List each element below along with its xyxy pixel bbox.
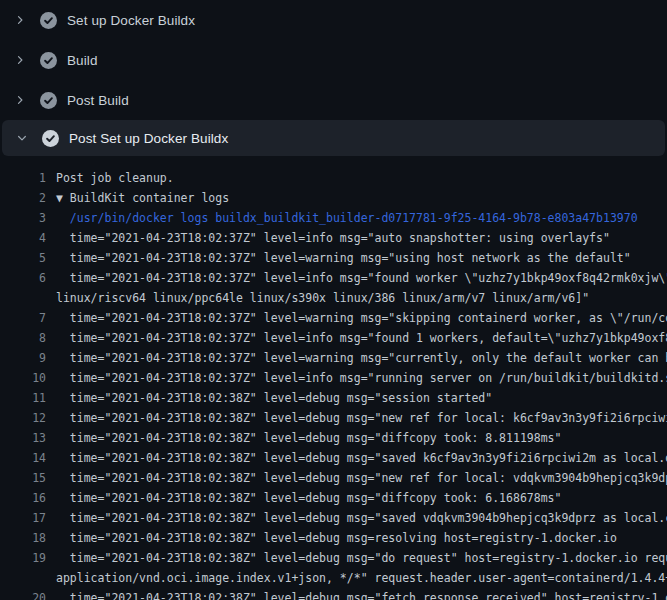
check-circle-icon bbox=[42, 130, 59, 147]
step-label: Post Build bbox=[67, 93, 129, 108]
log-line-number[interactable]: 6 bbox=[0, 268, 46, 288]
step-label: Set up Docker Buildx bbox=[67, 13, 195, 28]
log-line-text: time="2021-04-23T18:02:38Z" level=debug … bbox=[56, 548, 667, 568]
log-line-text: Post job cleanup. bbox=[56, 168, 174, 188]
log-line-number[interactable]: 11 bbox=[0, 388, 46, 408]
log-line: 2 ▼ BuildKit container logs bbox=[0, 188, 667, 208]
log-line-text: time="2021-04-23T18:02:38Z" level=debug … bbox=[56, 468, 667, 488]
log-lines: 1 Post job cleanup. 2 ▼ BuildKit contain… bbox=[0, 156, 667, 600]
log-line-text: time="2021-04-23T18:02:37Z" level=warnin… bbox=[56, 348, 667, 368]
log-line-number[interactable]: 20 bbox=[0, 588, 46, 600]
log-line-text: time="2021-04-23T18:02:37Z" level=warnin… bbox=[56, 248, 631, 268]
log-line-text: time="2021-04-23T18:02:37Z" level=info m… bbox=[56, 228, 610, 248]
log-line-text: time="2021-04-23T18:02:38Z" level=debug … bbox=[56, 408, 667, 428]
log-line-number[interactable]: 18 bbox=[0, 528, 46, 548]
log-line: 7 time="2021-04-23T18:02:37Z" level=warn… bbox=[0, 308, 667, 328]
log-line-text: time="2021-04-23T18:02:37Z" level=warnin… bbox=[56, 308, 667, 328]
log-line-number[interactable]: 5 bbox=[0, 248, 46, 268]
chevron-right-icon bbox=[12, 12, 28, 28]
log-line-text: time="2021-04-23T18:02:38Z" level=debug … bbox=[56, 428, 561, 448]
log-line-number[interactable]: 16 bbox=[0, 488, 46, 508]
log-line: 14 time="2021-04-23T18:02:38Z" level=deb… bbox=[0, 448, 667, 468]
log-line: 10 time="2021-04-23T18:02:37Z" level=inf… bbox=[0, 368, 667, 388]
log-line-text: time="2021-04-23T18:02:38Z" level=debug … bbox=[56, 588, 667, 600]
check-circle-icon bbox=[40, 12, 57, 29]
log-line-number[interactable]: 12 bbox=[0, 408, 46, 428]
log-line-number[interactable]: 9 bbox=[0, 348, 46, 368]
log-line: 16 time="2021-04-23T18:02:38Z" level=deb… bbox=[0, 488, 667, 508]
log-group-toggle[interactable]: ▼ BuildKit container logs bbox=[56, 188, 229, 208]
log-line-text: linux/riscv64 linux/ppc64le linux/s390x … bbox=[56, 288, 589, 308]
log-line: 8 time="2021-04-23T18:02:37Z" level=info… bbox=[0, 328, 667, 348]
log-line: 5 time="2021-04-23T18:02:37Z" level=warn… bbox=[0, 248, 667, 268]
log-line-text: time="2021-04-23T18:02:38Z" level=debug … bbox=[56, 488, 561, 508]
log-line-number[interactable] bbox=[0, 568, 46, 588]
log-line-text: application/vnd.oci.image.index.v1+json,… bbox=[56, 568, 667, 588]
log-line-number[interactable]: 19 bbox=[0, 548, 46, 568]
log-line-number[interactable]: 8 bbox=[0, 328, 46, 348]
log-line-text: time="2021-04-23T18:02:38Z" level=debug … bbox=[56, 388, 492, 408]
step-row-set-up-docker-buildx[interactable]: Set up Docker Buildx bbox=[0, 0, 667, 40]
log-line-number[interactable]: 15 bbox=[0, 468, 46, 488]
log-line-text: time="2021-04-23T18:02:38Z" level=debug … bbox=[56, 448, 667, 468]
log-line-number[interactable]: 17 bbox=[0, 508, 46, 528]
log-line: application/vnd.oci.image.index.v1+json,… bbox=[0, 568, 667, 588]
check-circle-icon bbox=[40, 52, 57, 69]
log-line-text: time="2021-04-23T18:02:37Z" level=info m… bbox=[56, 328, 667, 348]
log-line: 3 /usr/bin/docker logs buildx_buildkit_b… bbox=[0, 208, 667, 228]
log-line: 6 time="2021-04-23T18:02:37Z" level=info… bbox=[0, 268, 667, 288]
log-command-text: /usr/bin/docker logs buildx_buildkit_bui… bbox=[56, 208, 638, 228]
log-line: linux/riscv64 linux/ppc64le linux/s390x … bbox=[0, 288, 667, 308]
log-line: 19 time="2021-04-23T18:02:38Z" level=deb… bbox=[0, 548, 667, 568]
step-row-post-build[interactable]: Post Build bbox=[0, 80, 667, 120]
log-line: 13 time="2021-04-23T18:02:38Z" level=deb… bbox=[0, 428, 667, 448]
step-row-post-set-up-docker-buildx[interactable]: Post Set up Docker Buildx bbox=[2, 120, 665, 156]
log-line-text: time="2021-04-23T18:02:38Z" level=debug … bbox=[56, 528, 617, 548]
log-line-number[interactable] bbox=[0, 288, 46, 308]
log-line: 12 time="2021-04-23T18:02:38Z" level=deb… bbox=[0, 408, 667, 428]
log-line: 4 time="2021-04-23T18:02:37Z" level=info… bbox=[0, 228, 667, 248]
log-line: 18 time="2021-04-23T18:02:38Z" level=deb… bbox=[0, 528, 667, 548]
chevron-right-icon bbox=[12, 92, 28, 108]
log-line-number[interactable]: 14 bbox=[0, 448, 46, 468]
log-line-text: time="2021-04-23T18:02:38Z" level=debug … bbox=[56, 508, 667, 528]
log-line: 17 time="2021-04-23T18:02:38Z" level=deb… bbox=[0, 508, 667, 528]
log-line-number[interactable]: 1 bbox=[0, 168, 46, 188]
log-line: 20 time="2021-04-23T18:02:38Z" level=deb… bbox=[0, 588, 667, 600]
log-line-text: time="2021-04-23T18:02:37Z" level=info m… bbox=[56, 268, 667, 288]
log-line-text: time="2021-04-23T18:02:37Z" level=info m… bbox=[56, 368, 667, 388]
log-line: 15 time="2021-04-23T18:02:38Z" level=deb… bbox=[0, 468, 667, 488]
log-line: 9 time="2021-04-23T18:02:37Z" level=warn… bbox=[0, 348, 667, 368]
log-line-number[interactable]: 10 bbox=[0, 368, 46, 388]
log-line-number[interactable]: 7 bbox=[0, 308, 46, 328]
log-line-number[interactable]: 13 bbox=[0, 428, 46, 448]
step-label: Build bbox=[67, 53, 98, 68]
log-line: 11 time="2021-04-23T18:02:38Z" level=deb… bbox=[0, 388, 667, 408]
log-line-number[interactable]: 3 bbox=[0, 208, 46, 228]
check-circle-icon bbox=[40, 92, 57, 109]
step-label: Post Set up Docker Buildx bbox=[69, 131, 228, 146]
step-row-build[interactable]: Build bbox=[0, 40, 667, 80]
actions-log-viewer: Set up Docker Buildx Build bbox=[0, 0, 667, 600]
chevron-down-icon bbox=[14, 130, 30, 146]
chevron-right-icon bbox=[12, 52, 28, 68]
log-line-number[interactable]: 2 bbox=[0, 188, 46, 208]
steps-list: Set up Docker Buildx Build bbox=[0, 0, 667, 156]
log-line-number[interactable]: 4 bbox=[0, 228, 46, 248]
log-line: 1 Post job cleanup. bbox=[0, 168, 667, 188]
